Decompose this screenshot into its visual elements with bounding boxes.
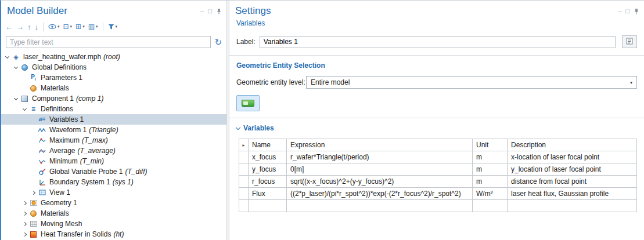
- expand-chevron-icon[interactable]: [21, 223, 28, 226]
- table-row: [239, 200, 637, 212]
- collapse-all-button[interactable]: ⊟▾: [62, 22, 74, 31]
- toolbar-separator: [103, 23, 103, 31]
- show-button[interactable]: ▾: [46, 23, 62, 31]
- cell-unit[interactable]: W/m²: [473, 188, 508, 200]
- tree-item-minimum[interactable]: Minimum(T_min): [1, 156, 226, 166]
- cell-description[interactable]: y_location of laser focal point: [508, 163, 637, 176]
- node-label-display-button[interactable]: ▾: [106, 23, 120, 31]
- move-down-button[interactable]: ↓: [33, 22, 41, 32]
- tree-item-boundary-system-1[interactable]: Boundary System 1(sys 1): [1, 177, 226, 187]
- active-selection-button[interactable]: [236, 95, 260, 111]
- cell-expression[interactable]: sqrt((x-x_focus)^2+(y-y_focus)^2): [287, 176, 473, 188]
- tree-item-label: Global Variable Probe 1: [49, 168, 123, 176]
- cell-description[interactable]: distance from focal point: [508, 176, 637, 188]
- row-indicator[interactable]: [239, 188, 249, 200]
- filter-row: ↻: [1, 34, 226, 51]
- geometric-entity-selection-header: Geometric Entity Selection: [236, 61, 637, 70]
- expand-chevron-icon[interactable]: [30, 191, 37, 194]
- tree-item-materials[interactable]: Materials: [1, 83, 226, 93]
- entity-level-value: Entire model: [311, 78, 350, 86]
- back-button[interactable]: ←: [3, 22, 15, 32]
- tree-item-maximum[interactable]: Maximum(T_max): [1, 135, 226, 146]
- expand-chevron-icon[interactable]: [21, 233, 28, 236]
- cell-name[interactable]: y_focus: [249, 163, 287, 176]
- cell-name[interactable]: r_focus: [249, 176, 287, 188]
- tree-item-component-1[interactable]: Component 1(comp 1): [1, 93, 226, 104]
- tree-item-variables-1[interactable]: a=Variables 1: [1, 114, 226, 125]
- cell-name[interactable]: [249, 200, 287, 212]
- definitions-icon: ≡: [28, 105, 38, 113]
- cell-description[interactable]: laser heat flux, Gaussian profile: [508, 188, 637, 200]
- forward-button[interactable]: →: [15, 22, 26, 32]
- cell-description[interactable]: [508, 200, 637, 212]
- column-header-expression: Expression: [287, 139, 473, 151]
- filter-input[interactable]: [6, 36, 211, 48]
- cell-unit[interactable]: m: [473, 176, 508, 188]
- cell-expression[interactable]: ((2*p_laser)/(pi*r_spot^2))*exp(-(2*r_fo…: [287, 188, 473, 200]
- refresh-icon[interactable]: ↻: [214, 38, 222, 46]
- document-icon: [626, 38, 633, 46]
- tree-item-global-definitions[interactable]: Global Definitions: [1, 62, 226, 72]
- expand-chevron-icon[interactable]: [21, 212, 28, 215]
- model-tree-columns-button[interactable]: ▥▾: [87, 22, 100, 31]
- collapse-chevron-icon[interactable]: [12, 98, 20, 100]
- cell-description[interactable]: x-location of laser focal point: [508, 151, 637, 163]
- table-body: x_focusr_wafer*Triangle(t/period)mx-loca…: [239, 151, 637, 212]
- tree-item-label: Materials: [41, 209, 69, 217]
- tree-item-tag: (T_average): [77, 147, 115, 155]
- pin-panel-icon[interactable]: [216, 8, 222, 14]
- tree-item-average[interactable]: Average(T_average): [1, 146, 226, 156]
- settings-window-button[interactable]: [622, 35, 637, 48]
- cell-expression[interactable]: r_wafer*Triangle(t/period): [287, 151, 473, 163]
- tree-item-global-variable-probe-1[interactable]: Global Variable Probe 1(T_diff): [1, 166, 226, 177]
- tree-item-label: Component 1: [32, 94, 74, 103]
- tree-item-moving-mesh[interactable]: Moving Mesh: [1, 219, 226, 229]
- cell-unit[interactable]: m: [473, 151, 508, 163]
- label-row: Label:: [236, 35, 637, 48]
- float-panel-icon[interactable]: □: [208, 8, 212, 14]
- row-indicator[interactable]: [239, 200, 249, 212]
- expand-chevron-icon[interactable]: [21, 202, 28, 205]
- cell-name[interactable]: Flux: [249, 188, 287, 200]
- tree-item-label: Materials: [41, 84, 69, 92]
- cell-expression[interactable]: 0[m]: [287, 163, 473, 176]
- collapse-chevron-icon[interactable]: [3, 56, 11, 58]
- column-header-description: Description: [508, 139, 637, 151]
- variables-section-header[interactable]: Variables: [236, 124, 637, 132]
- tree-item-label: Parameters 1: [41, 74, 82, 82]
- tree-item-heat-transfer-in-solids[interactable]: Heat Transfer in Solids(ht): [1, 229, 226, 239]
- row-indicator[interactable]: [239, 151, 249, 163]
- tree-item-materials[interactable]: Materials: [1, 208, 226, 219]
- entity-level-dropdown[interactable]: Entire model ▾: [306, 76, 637, 89]
- move-up-button[interactable]: ↑: [26, 22, 33, 32]
- component-icon: [20, 94, 30, 103]
- tree-item-geometry-1[interactable]: Geometry 1: [1, 198, 226, 208]
- tree-item-waveform-1[interactable]: Waveform 1(Triangle): [1, 125, 226, 135]
- pin-panel-icon[interactable]: [634, 8, 639, 14]
- model-builder-panel-controls: – □: [200, 8, 222, 14]
- collapse-chevron-icon[interactable]: [12, 67, 20, 68]
- float-panel-icon[interactable]: □: [625, 8, 629, 14]
- tree-item-label: Definitions: [41, 105, 73, 113]
- down-arrow-icon: ↓: [35, 23, 39, 31]
- tree-item-view-1[interactable]: View 1: [1, 187, 226, 198]
- collapse-chevron-icon[interactable]: [21, 108, 28, 110]
- minimize-panel-icon[interactable]: –: [618, 8, 621, 14]
- label-field-label: Label:: [236, 38, 256, 46]
- table-row: x_focusr_wafer*Triangle(t/period)mx-loca…: [239, 151, 637, 163]
- cell-expression[interactable]: [287, 200, 473, 212]
- tree-item-laser-heating-wafer-mph[interactable]: ◈laser_heating_wafer.mph(root): [1, 52, 226, 62]
- label-input[interactable]: [260, 36, 616, 48]
- cell-unit[interactable]: m: [473, 163, 508, 176]
- tree-item-tag: (T_diff): [125, 168, 147, 176]
- cell-name[interactable]: x_focus: [249, 151, 287, 163]
- row-indicator[interactable]: [239, 163, 249, 176]
- forward-arrow-icon: →: [16, 23, 24, 31]
- minimize-panel-icon[interactable]: –: [200, 8, 204, 14]
- model-tree: ◈laser_heating_wafer.mph(root)Global Def…: [1, 51, 226, 240]
- row-indicator[interactable]: [239, 176, 249, 188]
- tree-item-definitions[interactable]: ≡Definitions: [1, 104, 226, 114]
- expand-all-button[interactable]: ⊞▾: [74, 22, 87, 31]
- tree-item-parameters-1[interactable]: PiParameters 1: [1, 72, 226, 83]
- cell-unit[interactable]: [473, 200, 508, 212]
